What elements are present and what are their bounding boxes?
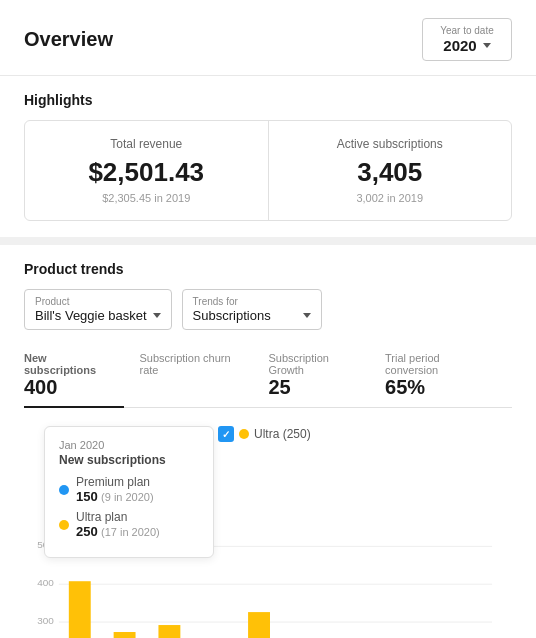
highlights-card: Total revenue $2,501.43 $2,305.45 in 201… xyxy=(24,120,512,221)
year-dropdown[interactable]: Year to date 2020 xyxy=(422,18,512,61)
tab-new-subscriptions[interactable]: New subscriptions 400 xyxy=(24,344,124,407)
tab-churn-rate[interactable]: Subscription churn rate xyxy=(140,344,253,407)
tooltip-premium-value: 150 xyxy=(76,489,98,504)
legend-ultra[interactable]: ✓ Ultra (250) xyxy=(218,426,311,442)
tooltip-title: New subscriptions xyxy=(59,453,199,467)
product-trends-title: Product trends xyxy=(24,261,512,277)
tab-trial-value: 65% xyxy=(385,376,482,399)
svg-text:300: 300 xyxy=(37,615,54,626)
tooltip-ultra-label: Ultra plan xyxy=(76,510,160,524)
svg-text:400: 400 xyxy=(37,577,54,588)
ultra-checkbox[interactable]: ✓ xyxy=(218,426,234,442)
bar-mar-ultra xyxy=(158,625,180,638)
trends-filter[interactable]: Trends for Subscriptions xyxy=(182,289,322,330)
bar-jan-ultra xyxy=(69,581,91,638)
trends-chevron-icon xyxy=(303,313,311,318)
highlights-title: Highlights xyxy=(24,92,512,108)
highlight-revenue-value: $2,501.43 xyxy=(45,157,248,188)
trends-filter-label: Trends for xyxy=(193,296,311,307)
tooltip-premium-label: Premium plan xyxy=(76,475,154,489)
year-dropdown-value: 2020 xyxy=(443,37,476,54)
tabs-row: New subscriptions 400 Subscription churn… xyxy=(24,344,512,408)
tab-growth[interactable]: Subscription Growth 25 xyxy=(268,344,369,407)
product-filter-value: Bill's Veggie basket xyxy=(35,308,147,323)
tab-growth-value: 25 xyxy=(268,376,355,399)
tab-trial-conversion[interactable]: Trial period conversion 65% xyxy=(385,344,496,407)
highlight-subs-label: Active subscriptions xyxy=(289,137,492,151)
legend-ultra-label: Ultra (250) xyxy=(254,427,311,441)
highlight-revenue: Total revenue $2,501.43 $2,305.45 in 201… xyxy=(25,121,268,220)
highlight-subscriptions: Active subscriptions 3,405 3,002 in 2019 xyxy=(268,121,512,220)
filters-row: Product Bill's Veggie basket Trends for … xyxy=(24,289,512,330)
tab-trial-label: Trial period conversion xyxy=(385,352,482,376)
tooltip-item-premium: Premium plan 150 (9 in 2020) xyxy=(59,475,199,504)
tooltip-ultra-dot xyxy=(59,520,69,530)
bar-feb-ultra xyxy=(114,632,136,638)
product-filter-label: Product xyxy=(35,296,161,307)
tooltip-date: Jan 2020 xyxy=(59,439,199,451)
page-title: Overview xyxy=(24,28,113,51)
product-trends-section: Product trends Product Bill's Veggie bas… xyxy=(0,237,536,638)
chart-tooltip: Jan 2020 New subscriptions Premium plan … xyxy=(44,426,214,558)
tooltip-premium-dot xyxy=(59,485,69,495)
highlight-revenue-label: Total revenue xyxy=(45,137,248,151)
product-chevron-icon xyxy=(153,313,161,318)
highlight-subs-value: 3,405 xyxy=(289,157,492,188)
tab-growth-label: Subscription Growth xyxy=(268,352,355,376)
chevron-down-icon xyxy=(483,43,491,48)
trends-filter-value: Subscriptions xyxy=(193,308,271,323)
highlight-subs-sub: 3,002 in 2019 xyxy=(289,192,492,204)
year-dropdown-label: Year to date xyxy=(440,25,494,36)
bar-may-ultra xyxy=(248,612,270,638)
product-filter[interactable]: Product Bill's Veggie basket xyxy=(24,289,172,330)
tooltip-item-ultra: Ultra plan 250 (17 in 2020) xyxy=(59,510,199,539)
header: Overview Year to date 2020 xyxy=(0,0,536,76)
tooltip-premium-sub: (9 in 2020) xyxy=(101,491,154,503)
highlight-revenue-sub: $2,305.45 in 2019 xyxy=(45,192,248,204)
highlights-section: Highlights Total revenue $2,501.43 $2,30… xyxy=(0,76,536,237)
tab-new-subs-label: New subscriptions xyxy=(24,352,110,376)
chart-area: ✓ Ultra (250) Jan 2020 New subscriptions… xyxy=(24,418,512,638)
ultra-dot xyxy=(239,429,249,439)
tooltip-ultra-sub: (17 in 2020) xyxy=(101,526,160,538)
tab-new-subs-value: 400 xyxy=(24,376,110,399)
tooltip-ultra-value: 250 xyxy=(76,524,98,539)
tab-churn-label: Subscription churn rate xyxy=(140,352,239,376)
